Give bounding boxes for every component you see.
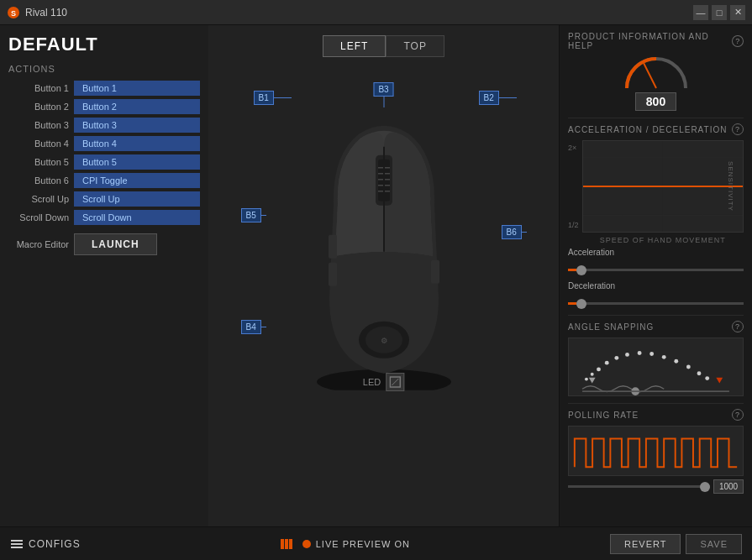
action-btn-button4[interactable]: Button 4: [74, 136, 200, 151]
left-panel: DEFAULT ACTIONS Button 1 Button 1 Button…: [0, 25, 208, 526]
acceleration-header: ACCELERATION / DECELERATION ?: [568, 123, 744, 135]
mouse-diagram: ⚙ B1 B3 B2: [241, 65, 527, 418]
action-btn-button5[interactable]: Button 5: [74, 154, 200, 170]
action-row-button2: Button 2 Button 2: [8, 99, 200, 114]
live-indicator-dot: [302, 540, 311, 548]
action-row-scroll-down: Scroll Down Scroll Down: [8, 210, 200, 225]
list-icon: [10, 537, 24, 551]
svg-rect-15: [329, 263, 337, 286]
action-label-button4: Button 4: [8, 139, 69, 149]
app-title: Rival 110: [25, 7, 67, 18]
svg-point-32: [625, 353, 629, 357]
divider-angle: [568, 403, 744, 404]
product-info-label: PRODUCT INFORMATION AND HELP: [568, 32, 732, 50]
acceleration-slider-section: Acceleration: [568, 248, 744, 275]
svg-rect-48: [285, 539, 288, 549]
action-label-button2: Button 2: [8, 102, 69, 112]
configs-label: CONFIGS: [29, 538, 81, 550]
product-info-header: PRODUCT INFORMATION AND HELP ?: [568, 32, 744, 50]
action-row-button1: Button 1 Button 1: [8, 81, 200, 96]
mouse-button-b3[interactable]: B3: [373, 82, 393, 97]
profile-title: DEFAULT: [8, 34, 200, 55]
live-preview-indicator: LIVE PREVIEW ON: [281, 539, 410, 549]
action-btn-button2[interactable]: Button 2: [74, 99, 200, 114]
save-button[interactable]: SAVE: [686, 534, 742, 554]
progress-dots-icon: [281, 539, 297, 549]
angle-chart-svg: [569, 338, 743, 395]
action-btn-button6[interactable]: CPI Toggle: [74, 173, 200, 188]
svg-point-33: [638, 351, 642, 355]
svg-point-31: [614, 356, 618, 360]
close-button[interactable]: ✕: [730, 5, 745, 20]
mouse-button-b1[interactable]: B1: [254, 91, 274, 105]
maximize-button[interactable]: □: [712, 5, 727, 20]
angle-snapping-section: ANGLE SNAPPING ?: [568, 321, 744, 396]
action-label-scroll-down: Scroll Down: [8, 212, 69, 222]
action-label-scroll-up: Scroll Up: [8, 194, 69, 204]
action-btn-scroll-up[interactable]: Scroll Up: [74, 191, 200, 207]
polling-rate-help-icon[interactable]: ?: [732, 409, 744, 421]
svg-rect-44: [11, 540, 23, 542]
action-btn-button1[interactable]: Button 1: [74, 81, 200, 96]
led-icon-button[interactable]: [386, 373, 404, 391]
right-panel: PRODUCT INFORMATION AND HELP ? 800 ACCEL…: [559, 25, 752, 526]
mouse-button-b2[interactable]: B2: [479, 91, 499, 105]
app-logo-icon: S: [7, 6, 20, 19]
svg-rect-45: [11, 543, 23, 545]
acceleration-help-icon[interactable]: ?: [732, 123, 744, 135]
mouse-button-b5[interactable]: B5: [241, 208, 261, 222]
action-row-button4: Button 4 Button 4: [8, 136, 200, 151]
svg-point-28: [591, 373, 594, 376]
polling-rate-label: POLLING RATE: [568, 411, 639, 420]
tab-left[interactable]: LEFT: [323, 35, 386, 57]
polling-chart-svg: [569, 427, 743, 475]
view-tabs: LEFT TOP: [323, 35, 444, 57]
angle-snapping-help-icon[interactable]: ?: [732, 321, 744, 332]
action-row-button5: Button 5 Button 5: [8, 154, 200, 170]
svg-text:S: S: [11, 9, 16, 18]
macro-row: Macro Editor LAUNCH: [8, 233, 200, 255]
svg-marker-41: [716, 378, 723, 384]
bottom-bar: CONFIGS LIVE PREVIEW ON REVERT SAVE: [0, 526, 752, 560]
acceleration-section: ACCELERATION / DECELERATION ? 2× 1/2: [568, 123, 744, 308]
mouse-button-b6[interactable]: B6: [502, 225, 522, 239]
launch-button[interactable]: LAUNCH: [74, 233, 157, 255]
acceleration-chart: SENSITIVITY: [582, 140, 744, 233]
product-info-help-icon[interactable]: ?: [732, 35, 744, 47]
polling-rate-slider[interactable]: [568, 485, 710, 488]
mouse-button-b4[interactable]: B4: [241, 320, 261, 334]
configs-button[interactable]: CONFIGS: [10, 537, 81, 551]
revert-button[interactable]: REVERT: [610, 534, 681, 554]
angle-snapping-header: ANGLE SNAPPING ?: [568, 321, 744, 332]
actions-header: ACTIONS: [8, 64, 200, 74]
divider-accel: [568, 315, 744, 316]
led-label: LED: [363, 377, 381, 387]
minimize-button[interactable]: —: [693, 5, 708, 20]
action-label-button6: Button 6: [8, 175, 69, 186]
svg-point-38: [697, 371, 702, 375]
action-row-button6: Button 6 CPI Toggle: [8, 173, 200, 188]
cpi-value[interactable]: 800: [635, 92, 676, 111]
angle-snapping-chart: [568, 338, 744, 396]
polling-rate-header: POLLING RATE ?: [568, 409, 744, 421]
svg-rect-49: [289, 539, 292, 549]
action-btn-scroll-down[interactable]: Scroll Down: [74, 210, 200, 225]
polling-rate-section: POLLING RATE ? 1000: [568, 409, 744, 494]
svg-rect-14: [329, 235, 337, 259]
svg-point-30: [605, 361, 609, 365]
svg-text:⚙: ⚙: [381, 337, 387, 345]
led-area: LED: [363, 373, 404, 391]
titlebar: S Rival 110 — □ ✕: [0, 0, 752, 25]
deceleration-slider[interactable]: [568, 302, 744, 305]
svg-rect-16: [431, 260, 439, 284]
polling-rate-chart: [568, 426, 744, 476]
tab-top[interactable]: TOP: [386, 35, 444, 57]
polling-rate-value: 1000: [713, 479, 744, 494]
macro-editor-label: Macro Editor: [8, 239, 69, 249]
acceleration-slider[interactable]: [568, 269, 744, 271]
titlebar-left: S Rival 110: [7, 6, 67, 19]
action-btn-button3[interactable]: Button 3: [74, 118, 200, 133]
svg-line-19: [644, 63, 656, 88]
divider-cpi: [568, 118, 744, 118]
svg-rect-46: [11, 547, 23, 548]
